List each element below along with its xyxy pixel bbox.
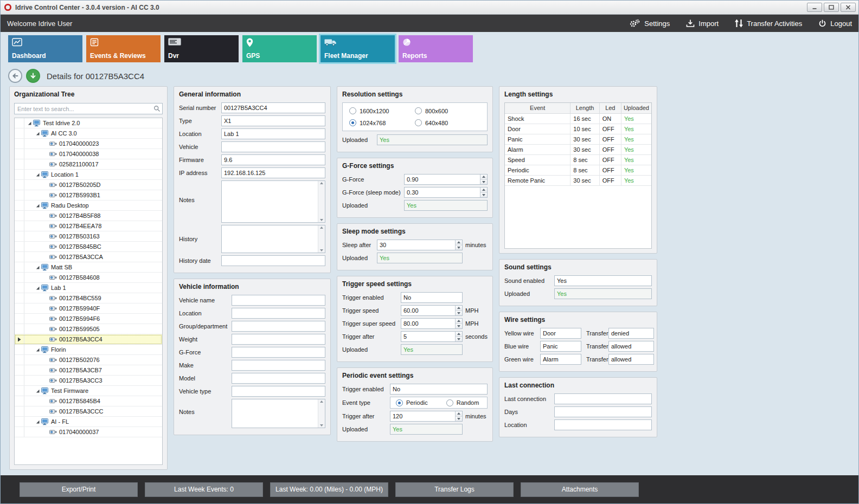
- tree-item-00127b503163[interactable]: 00127B503163: [15, 231, 162, 242]
- tree-expand-arrow-icon[interactable]: [34, 286, 41, 290]
- spinner[interactable]: [455, 240, 462, 250]
- tab-dvr[interactable]: Dvr: [164, 35, 239, 62]
- tree-item-00127b4eea78[interactable]: 00127B4EEA78: [15, 221, 162, 231]
- spinner[interactable]: [480, 175, 487, 184]
- vehicle-name-input[interactable]: [232, 295, 325, 306]
- tree-expand-arrow-icon[interactable]: [34, 203, 41, 208]
- back-button[interactable]: [8, 69, 22, 83]
- trigger-speed-input[interactable]: [401, 305, 463, 316]
- minimize-button[interactable]: [807, 3, 822, 12]
- tree-expand-arrow-icon[interactable]: [34, 131, 41, 136]
- length-row-periodic[interactable]: Periodic8 secOFFYes: [505, 165, 651, 175]
- resolution-option-800x600[interactable]: 800x600: [415, 107, 480, 114]
- bottom-button-transfer-logs[interactable]: Transfer Logs: [395, 482, 514, 497]
- blue-wire-transfer-input[interactable]: [608, 341, 654, 352]
- tree-item-00127b5845bc[interactable]: 00127B5845BC: [15, 242, 162, 252]
- tree-item-00127b599505[interactable]: 00127B599505: [15, 324, 162, 334]
- periodic-trigger-enabled-input[interactable]: [390, 384, 488, 395]
- weight-input[interactable]: [232, 334, 325, 345]
- blue-wire-input[interactable]: [540, 341, 581, 352]
- serial-number-input[interactable]: [221, 102, 325, 113]
- sound-enabled-input[interactable]: [554, 275, 652, 286]
- tree-expand-arrow-icon[interactable]: [34, 265, 41, 270]
- location-input[interactable]: [221, 128, 325, 139]
- length-row-panic[interactable]: Panic30 secOFFYes: [505, 134, 651, 144]
- green-wire-transfer-input[interactable]: [608, 354, 654, 365]
- tree-item-025821100017[interactable]: 025821100017: [15, 159, 162, 170]
- bottom-button-export-print[interactable]: Export/Print: [20, 482, 138, 497]
- bottom-button-last-week-events-0[interactable]: Last Week Events: 0: [145, 482, 263, 497]
- tab-dashboard[interactable]: Dashboard: [8, 35, 82, 62]
- tree-item-ai-cc-3-0[interactable]: AI CC 3.0: [15, 128, 162, 139]
- toolbar-action-transfer-activities[interactable]: Transfer Activities: [735, 19, 802, 28]
- length-row-door[interactable]: Door10 secOFFYes: [505, 124, 651, 134]
- toolbar-action-settings[interactable]: Settings: [629, 19, 670, 28]
- periodic-trigger-after-input[interactable]: [390, 411, 463, 422]
- length-row-shock[interactable]: Shock16 secONYes: [505, 113, 651, 124]
- vehicle-input[interactable]: [221, 141, 325, 152]
- tree-item-lab-1[interactable]: Lab 1: [15, 283, 162, 293]
- vehicle-gforce-input[interactable]: [232, 347, 325, 358]
- tree-item-00127b5a3cc3[interactable]: 00127B5A3CC3: [15, 376, 162, 386]
- tree-expand-arrow-icon[interactable]: [34, 419, 41, 424]
- tree-item-017040000037[interactable]: 017040000037: [15, 427, 162, 437]
- tab-gps[interactable]: GPS: [242, 35, 317, 62]
- resolution-option-1024x768[interactable]: 1024x768: [349, 119, 415, 126]
- tab-events-reviews[interactable]: Events & Reviews: [86, 35, 161, 62]
- tree-expand-arrow-icon[interactable]: [34, 172, 41, 177]
- resolution-option-640x480[interactable]: 640x480: [415, 119, 480, 126]
- resolution-option-1600x1200[interactable]: 1600x1200: [349, 107, 415, 114]
- vehicle-location-input[interactable]: [232, 308, 325, 319]
- tab-fleet-manager[interactable]: Fleet Manager: [320, 35, 395, 62]
- spinner[interactable]: [455, 411, 462, 421]
- length-row-alarm[interactable]: Alarm30 secOFFYes: [505, 144, 651, 154]
- tree-item-00127b5845b4[interactable]: 00127B5845B4: [15, 396, 162, 406]
- scroll-down-button[interactable]: [26, 69, 40, 83]
- tree-item-00127b4b5f88[interactable]: 00127B4B5F88: [15, 211, 162, 221]
- tree-item-00127b502076[interactable]: 00127B502076: [15, 355, 162, 365]
- search-icon[interactable]: [153, 105, 161, 114]
- tree-item-test-firmware[interactable]: Test Firmware: [15, 386, 162, 396]
- close-button[interactable]: [841, 3, 856, 12]
- ip-address-input[interactable]: [221, 167, 325, 178]
- yellow-wire-transfer-input[interactable]: [608, 328, 654, 339]
- tree-item-00127b50205d[interactable]: 00127B50205D: [15, 180, 162, 190]
- tree-item-ai-fl[interactable]: AI - FL: [15, 417, 162, 427]
- textarea-scrollbar[interactable]: [318, 225, 325, 253]
- vehicle-notes-textarea[interactable]: [232, 399, 325, 428]
- sleep-after-input[interactable]: [377, 240, 463, 250]
- type-input[interactable]: [221, 115, 325, 126]
- days-input[interactable]: [554, 406, 652, 417]
- group-department-input[interactable]: [232, 321, 325, 332]
- trigger-super-speed-input[interactable]: [401, 318, 463, 329]
- tree-expand-arrow-icon[interactable]: [34, 347, 41, 352]
- length-column-header-led[interactable]: Led: [599, 103, 621, 113]
- length-column-header-event[interactable]: Event: [505, 103, 570, 113]
- toolbar-action-logout[interactable]: Logout: [818, 20, 852, 28]
- tree-item-00127b59940f[interactable]: 00127B59940F: [15, 303, 162, 314]
- tree-item-00127b584608[interactable]: 00127B584608: [15, 273, 162, 283]
- tree-item-00127b5993b1[interactable]: 00127B5993B1: [15, 190, 162, 201]
- bottom-button-attachments[interactable]: Attachments: [521, 482, 639, 497]
- length-column-header-length[interactable]: Length: [570, 103, 599, 113]
- last-location-input[interactable]: [554, 419, 652, 430]
- tree-item-radu-desktop[interactable]: Radu Desktop: [15, 201, 162, 211]
- model-input[interactable]: [232, 373, 325, 384]
- tree-item-00127b5a3cca[interactable]: 00127B5A3CCA: [15, 252, 162, 262]
- tree-item-00127b4bc559[interactable]: 00127B4BC559: [15, 293, 162, 303]
- tree-item-test-idrive-2-0[interactable]: Test Idrive 2.0: [15, 118, 162, 128]
- tree-item-00127b5a3cc4[interactable]: 00127B5A3CC4: [15, 334, 162, 345]
- toolbar-action-import[interactable]: Import: [686, 19, 719, 28]
- tree-item-florin[interactable]: Florin: [15, 345, 162, 355]
- maximize-button[interactable]: [824, 3, 839, 12]
- tree-item-00127b5994f6[interactable]: 00127B5994F6: [15, 314, 162, 324]
- event-type-option-random[interactable]: Random: [446, 399, 479, 406]
- tree-item-017040000023[interactable]: 017040000023: [15, 139, 162, 149]
- history-date-input[interactable]: [221, 255, 325, 266]
- length-column-header-uploaded[interactable]: Uploaded: [621, 103, 651, 113]
- green-wire-input[interactable]: [540, 354, 581, 365]
- tree-item-location-1[interactable]: Location 1: [15, 170, 162, 180]
- length-row-speed[interactable]: Speed8 secOFFYes: [505, 154, 651, 165]
- tab-reports[interactable]: Reports: [399, 35, 473, 62]
- gforce-input[interactable]: [404, 174, 488, 185]
